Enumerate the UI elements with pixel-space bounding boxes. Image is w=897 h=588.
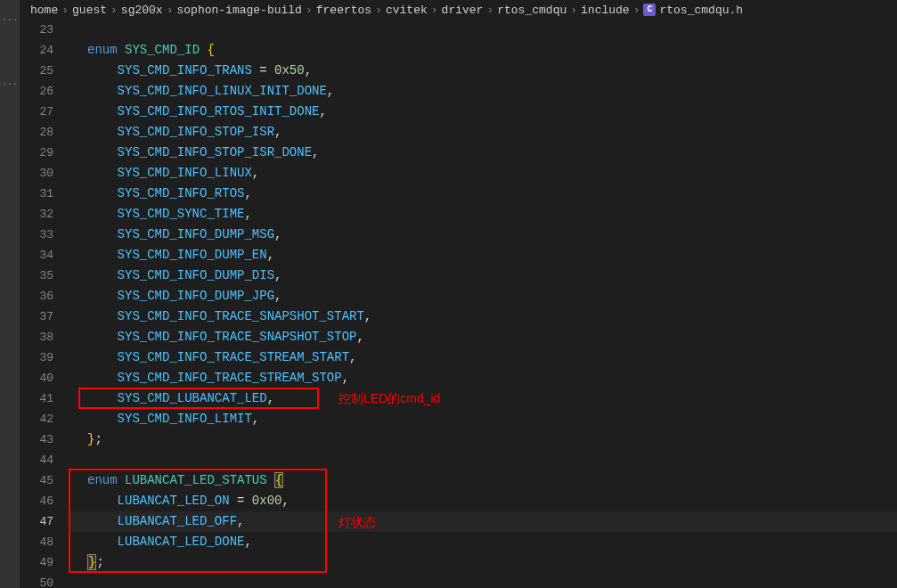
code-token: SYS_CMD_SYNC_TIME bbox=[118, 207, 245, 221]
code-line[interactable]: SYS_CMD_INFO_STOP_ISR_DONE, bbox=[69, 143, 897, 163]
code-line[interactable] bbox=[69, 20, 897, 40]
code-token: , bbox=[364, 309, 371, 323]
code-token: , bbox=[244, 207, 251, 221]
code-token: , bbox=[237, 514, 244, 528]
code-token: SYS_CMD_INFO_TRACE_SNAPSHOT_STOP bbox=[118, 330, 357, 344]
code-token: SYS_CMD_INFO_LINUX_INIT_DONE bbox=[118, 84, 327, 98]
breadcrumb-item[interactable]: sg200x bbox=[121, 4, 163, 17]
code-token: = bbox=[230, 494, 252, 508]
code-token: SYS_CMD_INFO_TRACE_SNAPSHOT_START bbox=[118, 309, 364, 323]
code-line[interactable]: enum SYS_CMD_ID { bbox=[69, 40, 897, 61]
chevron-right-icon: › bbox=[570, 4, 577, 17]
chevron-right-icon: › bbox=[633, 4, 640, 17]
code-line[interactable]: SYS_CMD_INFO_TRACE_STREAM_STOP, bbox=[69, 368, 897, 388]
code-token: = bbox=[252, 63, 274, 78]
breadcrumb-file[interactable]: rtos_cmdqu.h bbox=[659, 4, 743, 17]
code-token: , bbox=[274, 289, 281, 303]
line-number: 43 bbox=[20, 429, 53, 450]
code-line[interactable]: SYS_CMD_LUBANCAT_LED, bbox=[69, 388, 897, 409]
breadcrumb[interactable]: home›guest›sg200x›sophon-image-build›fre… bbox=[20, 0, 897, 20]
code-token: , bbox=[349, 350, 356, 364]
code-token: , bbox=[252, 412, 259, 426]
code-line[interactable]: SYS_CMD_INFO_TRACE_STREAM_START, bbox=[69, 347, 897, 368]
code-token: SYS_CMD_INFO_DUMP_EN bbox=[118, 248, 267, 262]
code-line[interactable]: SYS_CMD_INFO_DUMP_JPG, bbox=[69, 286, 897, 306]
code-line[interactable]: }; bbox=[69, 429, 897, 450]
line-gutter: 2324252627282930313233343536373839404142… bbox=[20, 20, 69, 588]
code-line[interactable]: SYS_CMD_INFO_DUMP_MSG, bbox=[69, 225, 897, 245]
code-line[interactable]: enum LUBANCAT_LED_STATUS { bbox=[69, 470, 897, 491]
breadcrumb-item[interactable]: driver bbox=[442, 4, 484, 17]
line-number: 40 bbox=[20, 368, 53, 388]
code-token: , bbox=[267, 248, 274, 262]
code-line[interactable]: SYS_CMD_SYNC_TIME, bbox=[69, 204, 897, 225]
line-number: 49 bbox=[20, 552, 53, 573]
code-line[interactable]: SYS_CMD_INFO_RTOS, bbox=[69, 184, 897, 204]
activity-bar: ... ... bbox=[0, 0, 20, 588]
code-line[interactable]: SYS_CMD_INFO_RTOS_INIT_DONE, bbox=[69, 102, 897, 122]
code-token bbox=[118, 43, 125, 57]
code-token: SYS_CMD_INFO_DUMP_DIS bbox=[118, 268, 274, 282]
code-token: , bbox=[244, 186, 251, 200]
line-number: 31 bbox=[20, 184, 53, 204]
code-line[interactable]: SYS_CMD_INFO_DUMP_DIS, bbox=[69, 265, 897, 286]
code-token: , bbox=[319, 104, 326, 118]
code-line[interactable]: SYS_CMD_INFO_STOP_ISR, bbox=[69, 122, 897, 143]
activity-item[interactable]: ... bbox=[0, 0, 20, 36]
main-area: home›guest›sg200x›sophon-image-build›fre… bbox=[20, 0, 897, 588]
code-area[interactable]: enum SYS_CMD_ID { SYS_CMD_INFO_TRANS = 0… bbox=[69, 20, 897, 588]
line-number: 36 bbox=[20, 286, 53, 306]
code-token: SYS_CMD_INFO_LIMIT bbox=[118, 412, 252, 426]
code-line[interactable] bbox=[69, 573, 897, 588]
line-number: 46 bbox=[20, 491, 53, 511]
code-token: SYS_CMD_INFO_LINUX bbox=[118, 166, 252, 180]
code-line[interactable]: SYS_CMD_INFO_LINUX, bbox=[69, 163, 897, 184]
code-line[interactable]: SYS_CMD_INFO_LINUX_INIT_DONE, bbox=[69, 81, 897, 102]
code-line[interactable]: SYS_CMD_INFO_TRACE_SNAPSHOT_STOP, bbox=[69, 327, 897, 347]
code-line[interactable]: SYS_CMD_INFO_DUMP_EN, bbox=[69, 245, 897, 265]
breadcrumb-item[interactable]: guest bbox=[72, 4, 107, 17]
code-token: LUBANCAT_LED_STATUS bbox=[125, 473, 267, 487]
code-token: { bbox=[274, 472, 283, 488]
code-token: SYS_CMD_INFO_RTOS bbox=[118, 186, 245, 200]
code-token: SYS_CMD_INFO_DUMP_JPG bbox=[118, 289, 274, 303]
code-line[interactable]: SYS_CMD_INFO_LIMIT, bbox=[69, 409, 897, 429]
code-editor[interactable]: 2324252627282930313233343536373839404142… bbox=[20, 20, 897, 588]
activity-item[interactable]: ... bbox=[0, 64, 20, 100]
code-token: , bbox=[274, 125, 281, 139]
chevron-right-icon: › bbox=[61, 4, 69, 17]
line-number: 30 bbox=[20, 163, 53, 184]
code-token: SYS_CMD_INFO_TRACE_STREAM_STOP bbox=[118, 371, 342, 385]
code-token: SYS_CMD_INFO_STOP_ISR_DONE bbox=[118, 145, 312, 159]
breadcrumb-item[interactable]: sophon-image-build bbox=[176, 4, 301, 17]
chevron-right-icon: › bbox=[110, 4, 118, 17]
breadcrumb-item[interactable]: include bbox=[581, 4, 630, 17]
breadcrumb-item[interactable]: rtos_cmdqu bbox=[497, 4, 567, 17]
breadcrumb-item[interactable]: home bbox=[30, 4, 58, 17]
code-token: , bbox=[252, 166, 259, 180]
code-line[interactable]: SYS_CMD_INFO_TRANS = 0x50, bbox=[69, 61, 897, 81]
code-token: LUBANCAT_LED_ON bbox=[118, 494, 230, 508]
chevron-right-icon: › bbox=[375, 4, 382, 17]
code-token: } bbox=[87, 554, 96, 570]
code-line[interactable]: SYS_CMD_INFO_TRACE_SNAPSHOT_START, bbox=[69, 306, 897, 327]
line-number: 48 bbox=[20, 532, 53, 552]
breadcrumb-item[interactable]: freertos bbox=[316, 4, 371, 17]
breadcrumb-item[interactable]: cvitek bbox=[386, 4, 428, 17]
code-token: { bbox=[207, 43, 214, 57]
code-line[interactable]: }; bbox=[69, 552, 897, 573]
code-line[interactable]: LUBANCAT_LED_DONE, bbox=[69, 532, 897, 552]
ellipsis-icon: ... bbox=[2, 78, 18, 87]
code-token: ; bbox=[94, 432, 102, 446]
code-line[interactable] bbox=[69, 450, 897, 470]
code-line[interactable]: LUBANCAT_LED_OFF, bbox=[69, 511, 897, 532]
line-number: 27 bbox=[20, 102, 53, 122]
code-line[interactable]: LUBANCAT_LED_ON = 0x00, bbox=[69, 491, 897, 511]
line-number: 42 bbox=[20, 409, 53, 429]
code-token: , bbox=[305, 63, 312, 78]
line-number: 41 bbox=[20, 388, 53, 409]
code-token: SYS_CMD_INFO_STOP_ISR bbox=[118, 125, 274, 139]
chevron-right-icon: › bbox=[306, 4, 313, 17]
code-token: SYS_CMD_ID bbox=[125, 43, 200, 57]
code-token: , bbox=[327, 84, 334, 98]
